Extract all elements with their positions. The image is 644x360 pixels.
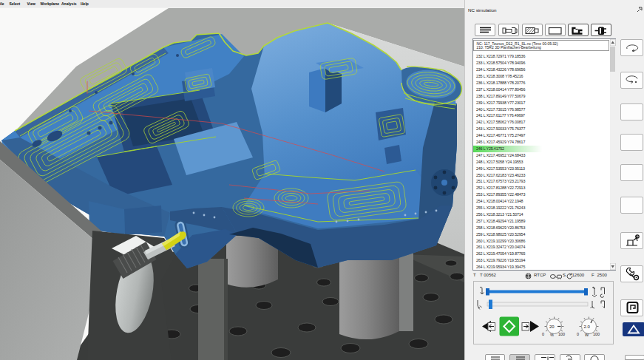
svg-text:100: 100 [593, 331, 600, 336]
svg-text:100: 100 [558, 331, 565, 336]
svg-text:2.0: 2.0 [583, 325, 590, 329]
svg-text:%: % [550, 332, 554, 336]
svg-text:20: 20 [549, 325, 555, 329]
svg-text:W: W [585, 332, 589, 336]
svg-text:0: 0 [542, 331, 544, 336]
svg-text:0: 0 [577, 331, 579, 336]
